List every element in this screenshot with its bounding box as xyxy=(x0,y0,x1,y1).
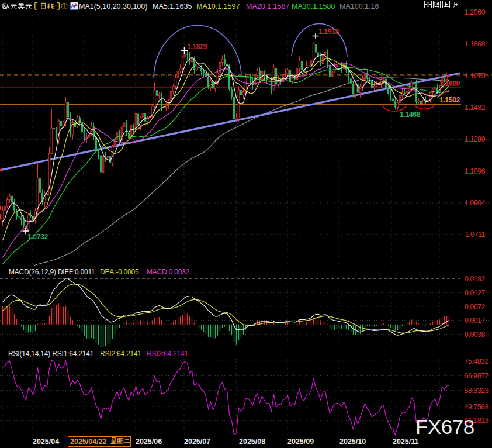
svg-text:MA30:1.1580: MA30:1.1580 xyxy=(292,2,335,11)
svg-text:1.1918: 1.1918 xyxy=(318,27,339,36)
svg-text:MA100:1.16: MA100:1.16 xyxy=(339,2,379,11)
svg-text:2025/07: 2025/07 xyxy=(184,437,210,446)
svg-text:FX678: FX678 xyxy=(415,415,474,438)
svg-text:1.1289: 1.1289 xyxy=(465,135,486,143)
svg-text:MA5:1.1635: MA5:1.1635 xyxy=(153,2,192,11)
svg-text:1.1468: 1.1468 xyxy=(400,111,421,119)
svg-text:1.0904: 1.0904 xyxy=(465,199,486,207)
svg-text:2025/04: 2025/04 xyxy=(33,437,59,446)
svg-text:0.0017: 0.0017 xyxy=(465,316,486,325)
svg-text:DEA:-0.0005: DEA:-0.0005 xyxy=(100,268,139,276)
svg-text:MACD:0.0032: MACD:0.0032 xyxy=(147,268,190,276)
svg-text:1.1096: 1.1096 xyxy=(465,167,486,175)
svg-text:2025/04/22: 2025/04/22 xyxy=(70,437,107,446)
svg-text:RSI2:64.2141: RSI2:64.2141 xyxy=(100,350,142,358)
svg-text:1.1675: 1.1675 xyxy=(465,72,486,80)
svg-text:66.9077: 66.9077 xyxy=(464,372,488,380)
svg-text:2025/06: 2025/06 xyxy=(136,437,162,446)
svg-text:0.0072: 0.0072 xyxy=(465,303,486,311)
svg-text:RSI(14,14,14) RSI1:64.2141: RSI(14,14,14) RSI1:64.2141 xyxy=(8,350,94,358)
svg-text:-0.0038: -0.0038 xyxy=(462,330,485,339)
svg-text:49.7568: 49.7568 xyxy=(464,403,488,411)
svg-text:MA10:1.1597: MA10:1.1597 xyxy=(196,2,240,11)
svg-text:2025/08: 2025/08 xyxy=(239,437,265,446)
svg-text:MACD(26,12,9) DIFF:0.0011: MACD(26,12,9) DIFF:0.0011 xyxy=(9,268,95,276)
svg-text:1.0711: 1.0711 xyxy=(465,230,486,239)
svg-text:0.0127: 0.0127 xyxy=(465,289,486,297)
svg-text:MA1(5,10,20,30,100): MA1(5,10,20,30,100) xyxy=(79,2,147,11)
svg-text:2025/09: 2025/09 xyxy=(287,437,314,446)
svg-text:MA20:1.1587: MA20:1.1587 xyxy=(246,2,289,11)
svg-text:1.1868: 1.1868 xyxy=(465,40,486,48)
svg-text:0.0182: 0.0182 xyxy=(465,275,486,283)
svg-text:1.1829: 1.1829 xyxy=(187,43,208,51)
svg-text:2025/10: 2025/10 xyxy=(339,437,366,446)
svg-text:1.1600: 1.1600 xyxy=(439,80,460,88)
svg-text:1.1502: 1.1502 xyxy=(439,96,460,104)
svg-text:1.1482: 1.1482 xyxy=(465,104,486,112)
svg-text:2025/11: 2025/11 xyxy=(393,437,419,446)
svg-text:1.2060: 1.2060 xyxy=(465,8,486,16)
svg-text:1.0732: 1.0732 xyxy=(27,233,48,241)
svg-text:75.4832: 75.4832 xyxy=(464,357,488,366)
svg-text:RSI3:64.2141: RSI3:64.2141 xyxy=(147,350,189,358)
svg-text:58.3323: 58.3323 xyxy=(464,387,488,395)
